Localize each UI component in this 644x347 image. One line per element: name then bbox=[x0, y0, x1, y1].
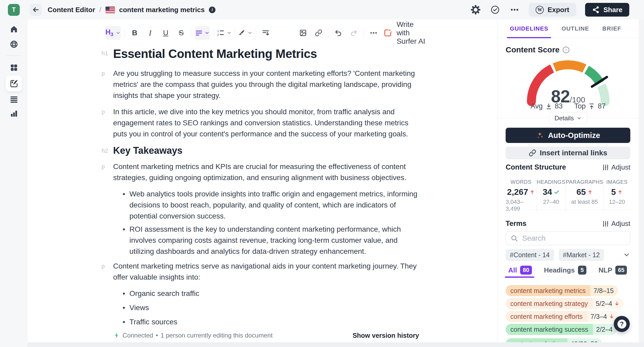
heading-style-label: H3 bbox=[105, 28, 113, 37]
tab-brief[interactable]: BRIEF bbox=[602, 25, 621, 32]
document-bullet[interactable]: Web analytics tools provide insights int… bbox=[129, 189, 419, 222]
insert-link-button[interactable] bbox=[313, 26, 324, 40]
content-score-gauge: 82/100 bbox=[524, 57, 613, 110]
check-circle-icon[interactable] bbox=[490, 4, 500, 15]
topic-chip-content[interactable]: #Content - 14 bbox=[506, 249, 554, 261]
show-version-history-link[interactable]: Show version history bbox=[353, 332, 419, 339]
svg-text:1: 1 bbox=[217, 29, 219, 33]
workspace-avatar[interactable]: T bbox=[8, 4, 20, 16]
terms-tab-label: NLP bbox=[598, 266, 612, 274]
redo-button[interactable] bbox=[348, 26, 360, 40]
editor-status-bar: Connected • 1 person currently editing t… bbox=[28, 329, 497, 342]
sidebar-item-content-editor-active[interactable] bbox=[6, 76, 22, 91]
terms-adjust-button[interactable]: Adjust bbox=[602, 220, 630, 228]
redo-icon bbox=[350, 29, 358, 37]
globe-icon bbox=[9, 40, 18, 49]
arrow-down-to-line-icon bbox=[545, 103, 552, 110]
term-chip[interactable]: content marketing strategy 5/2–4 bbox=[506, 298, 624, 309]
terms-tab-all[interactable]: All 80 bbox=[508, 266, 532, 275]
document-info-icon[interactable]: i bbox=[209, 7, 215, 13]
term-chip[interactable]: content marketing efforts 7/3–4 bbox=[506, 311, 618, 322]
avg-label: Avg bbox=[531, 102, 543, 110]
document-bullet[interactable]: Traffic sources bbox=[129, 316, 419, 328]
sidebar-item-home[interactable] bbox=[0, 24, 28, 33]
wordpress-icon: W bbox=[536, 6, 544, 14]
term-text: content marketing strategy bbox=[506, 298, 593, 309]
underline-button[interactable]: U bbox=[160, 26, 172, 40]
document-bullet-list[interactable]: Web analytics tools provide insights int… bbox=[113, 189, 419, 257]
term-chip[interactable]: content marketing 49/26–50 bbox=[506, 338, 602, 342]
document-bullet-list[interactable]: Organic search traffic Views Traffic sou… bbox=[113, 288, 419, 328]
term-chip[interactable]: content marketing metrics 7/8–15 bbox=[506, 285, 618, 296]
document-paragraph[interactable]: Content marketing metrics serve as navig… bbox=[113, 261, 419, 283]
term-count: 7/3–4 bbox=[591, 313, 607, 320]
export-button[interactable]: W Export bbox=[529, 3, 576, 17]
document-title[interactable]: content marketing metrics bbox=[119, 6, 205, 14]
lightning-icon bbox=[114, 332, 120, 339]
chevron-down-icon bbox=[204, 30, 210, 36]
back-button[interactable] bbox=[30, 4, 42, 16]
settings-gear-icon[interactable] bbox=[470, 4, 481, 15]
active-tab-underline bbox=[507, 37, 551, 38]
sidebar-item-outlines[interactable] bbox=[0, 95, 28, 103]
sidebar-item-dashboard[interactable] bbox=[0, 63, 28, 72]
undo-button[interactable] bbox=[333, 26, 344, 40]
check-green-icon bbox=[554, 189, 560, 195]
document-paragraph[interactable]: Content marketing metrics and KPIs are c… bbox=[113, 161, 419, 183]
strikethrough-button[interactable]: S bbox=[175, 26, 187, 40]
terms-tab-headings[interactable]: Headings 5 bbox=[544, 266, 586, 275]
chevron-down-icon bbox=[227, 30, 232, 36]
stat-value: 34 bbox=[543, 187, 552, 197]
document-paragraph[interactable]: Are you struggling to measure success in… bbox=[113, 68, 419, 101]
adjust-label: Adjust bbox=[611, 163, 630, 171]
tab-outline[interactable]: OUTLINE bbox=[561, 25, 589, 32]
arrow-up-to-line-icon bbox=[588, 103, 595, 110]
sidebar-item-domains[interactable] bbox=[0, 40, 28, 49]
term-count: 7/8–15 bbox=[593, 287, 613, 295]
editor-canvas: H3 B I U S 12 bbox=[28, 19, 497, 342]
help-button[interactable]: ? bbox=[614, 316, 630, 332]
terms-tab-nlp[interactable]: NLP 65 bbox=[598, 266, 627, 275]
workspace-avatar-letter: T bbox=[12, 6, 16, 13]
sidebar-item-analytics[interactable] bbox=[0, 109, 28, 118]
document-h2[interactable]: Key Takeaways bbox=[113, 145, 419, 156]
score-details-button[interactable]: Details bbox=[549, 112, 587, 124]
topic-chip-market[interactable]: #Market - 12 bbox=[559, 249, 604, 261]
app-header: Content Editor / content marketing metri… bbox=[0, 0, 644, 19]
toolbar-more-button[interactable] bbox=[368, 26, 379, 40]
write-with-surfer-ai-button[interactable]: Write with Surfer AI bbox=[383, 20, 427, 46]
tab-guidelines[interactable]: GUIDELINES bbox=[510, 25, 548, 32]
share-button[interactable]: Share bbox=[585, 3, 629, 17]
sidebar-divider bbox=[6, 55, 21, 56]
italic-button[interactable]: I bbox=[144, 26, 156, 40]
bold-button[interactable]: B bbox=[129, 26, 140, 40]
more-options-icon[interactable] bbox=[509, 4, 520, 15]
term-text: content marketing success bbox=[506, 324, 593, 335]
heading-style-dropdown[interactable]: H3 bbox=[105, 26, 121, 40]
ai-button-label: Write with Surfer AI bbox=[396, 20, 427, 46]
top-value: 87 bbox=[598, 102, 606, 110]
document-h1[interactable]: Essential Content Marketing Metrics bbox=[113, 46, 419, 62]
document-bullet[interactable]: ROI assessment is the key to understandi… bbox=[129, 224, 419, 257]
document-body[interactable]: h1 Essential Content Marketing Metrics p… bbox=[113, 46, 419, 331]
auto-optimize-button[interactable]: Auto-Optimize bbox=[506, 128, 630, 143]
align-left-icon bbox=[195, 29, 202, 36]
terms-search-input[interactable] bbox=[522, 234, 625, 242]
document-bullet[interactable]: Organic search traffic bbox=[129, 288, 419, 299]
topics-expand-chevron-icon[interactable] bbox=[623, 251, 630, 259]
list-dropdown[interactable]: 12 bbox=[218, 26, 230, 40]
content-structure-adjust-button[interactable]: Adjust bbox=[602, 163, 630, 171]
highlight-dropdown[interactable] bbox=[239, 26, 251, 40]
indent-button[interactable] bbox=[260, 26, 271, 40]
editing-status: 1 person currently editing this document bbox=[161, 332, 273, 339]
block-type-gutter: h2 bbox=[102, 147, 108, 154]
breadcrumb-root[interactable]: Content Editor bbox=[48, 6, 95, 14]
document-paragraph[interactable]: In this article, we dive into the key me… bbox=[113, 106, 419, 140]
insert-image-button[interactable] bbox=[297, 26, 309, 40]
term-chip[interactable]: content marketing success 2/2–4 bbox=[506, 324, 617, 335]
content-score-info-icon[interactable]: i bbox=[563, 47, 569, 53]
insert-internal-links-button[interactable]: Insert internal links bbox=[506, 147, 630, 159]
alignment-dropdown[interactable] bbox=[195, 26, 210, 40]
insert-internal-links-label: Insert internal links bbox=[540, 149, 607, 157]
document-bullet[interactable]: Views bbox=[129, 302, 419, 313]
